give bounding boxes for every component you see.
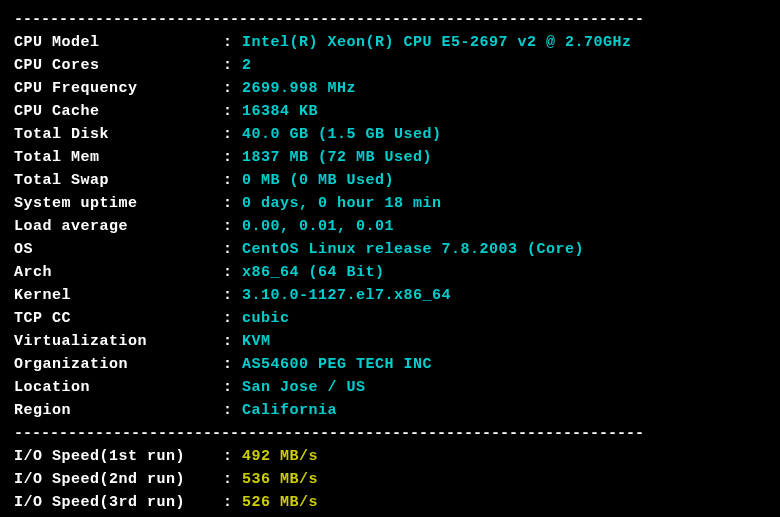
info-label: Total Disk [14,126,223,143]
info-label: Location [14,379,223,396]
info-row: System uptime : 0 days, 0 hour 18 min [14,192,766,215]
info-row: Total Swap : 0 MB (0 MB Used) [14,169,766,192]
info-label: CPU Cores [14,57,223,74]
info-row: Location : San Jose / US [14,376,766,399]
info-value: x86_64 (64 Bit) [242,264,385,281]
info-label: System uptime [14,195,223,212]
info-label: CPU Frequency [14,80,223,97]
info-value: 2 [242,57,252,74]
info-value: KVM [242,333,271,350]
info-row: CPU Cores : 2 [14,54,766,77]
info-label: Virtualization [14,333,223,350]
info-value: 40.0 GB (1.5 GB Used) [242,126,442,143]
info-label: Total Swap [14,172,223,189]
info-row: CPU Frequency : 2699.998 MHz [14,77,766,100]
colon-separator: : [223,379,242,396]
colon-separator: : [223,218,242,235]
colon-separator: : [223,310,242,327]
colon-separator: : [223,149,242,166]
info-row: Virtualization : KVM [14,330,766,353]
info-value: California [242,402,337,419]
info-label: CPU Model [14,34,223,51]
info-value: AS54600 PEG TECH INC [242,356,432,373]
info-value: 0 days, 0 hour 18 min [242,195,442,212]
colon-separator: : [223,494,242,511]
info-value: Intel(R) Xeon(R) CPU E5-2697 v2 @ 2.70GH… [242,34,632,51]
divider-line: ----------------------------------------… [14,8,766,31]
colon-separator: : [223,264,242,281]
info-row: Kernel : 3.10.0-1127.el7.x86_64 [14,284,766,307]
info-label: Load average [14,218,223,235]
colon-separator: : [223,126,242,143]
colon-separator: : [223,356,242,373]
info-row: Organization : AS54600 PEG TECH INC [14,353,766,376]
info-value: 526 MB/s [242,494,318,511]
info-label: OS [14,241,223,258]
info-row: Arch : x86_64 (64 Bit) [14,261,766,284]
colon-separator: : [223,471,242,488]
colon-separator: : [223,195,242,212]
info-label: Region [14,402,223,419]
colon-separator: : [223,80,242,97]
info-value: 16384 KB [242,103,318,120]
info-row: TCP CC : cubic [14,307,766,330]
colon-separator: : [223,57,242,74]
info-label: Kernel [14,287,223,304]
info-label: I/O Speed(1st run) [14,448,223,465]
colon-separator: : [223,34,242,51]
info-row: Total Mem : 1837 MB (72 MB Used) [14,146,766,169]
info-row: CPU Model : Intel(R) Xeon(R) CPU E5-2697… [14,31,766,54]
info-row: Load average : 0.00, 0.01, 0.01 [14,215,766,238]
colon-separator: : [223,287,242,304]
info-row: I/O Speed(2nd run) : 536 MB/s [14,468,766,491]
info-value: 3.10.0-1127.el7.x86_64 [242,287,451,304]
info-row: OS : CentOS Linux release 7.8.2003 (Core… [14,238,766,261]
info-value: 0.00, 0.01, 0.01 [242,218,394,235]
info-row: Total Disk : 40.0 GB (1.5 GB Used) [14,123,766,146]
colon-separator: : [223,333,242,350]
info-value: CentOS Linux release 7.8.2003 (Core) [242,241,584,258]
info-value: 2699.998 MHz [242,80,356,97]
info-label: TCP CC [14,310,223,327]
info-label: Total Mem [14,149,223,166]
info-value: 492 MB/s [242,448,318,465]
colon-separator: : [223,103,242,120]
info-row: I/O Speed(3rd run) : 526 MB/s [14,491,766,514]
info-value: 0 MB (0 MB Used) [242,172,394,189]
info-label: I/O Speed(3rd run) [14,494,223,511]
info-label: Arch [14,264,223,281]
info-row: CPU Cache : 16384 KB [14,100,766,123]
info-value: 536 MB/s [242,471,318,488]
info-value: San Jose / US [242,379,366,396]
info-row: Region : California [14,399,766,422]
colon-separator: : [223,241,242,258]
colon-separator: : [223,402,242,419]
info-row: I/O Speed(1st run) : 492 MB/s [14,445,766,468]
colon-separator: : [223,448,242,465]
info-value: cubic [242,310,290,327]
info-label: CPU Cache [14,103,223,120]
info-label: Organization [14,356,223,373]
colon-separator: : [223,172,242,189]
info-value: 1837 MB (72 MB Used) [242,149,432,166]
info-label: I/O Speed(2nd run) [14,471,223,488]
divider-line: ----------------------------------------… [14,422,766,445]
